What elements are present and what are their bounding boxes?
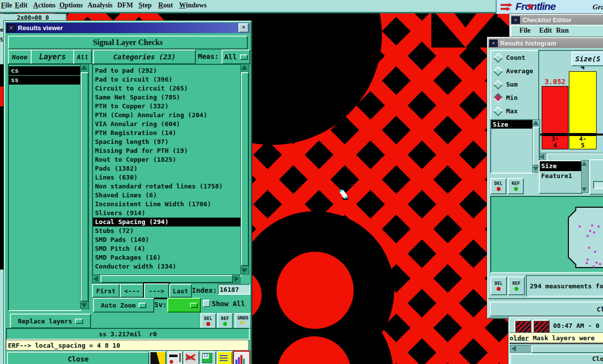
- scroll-up-icon[interactable]: [582, 161, 587, 166]
- notes-icon-button[interactable]: [217, 351, 232, 364]
- meas-dropdown[interactable]: All: [222, 49, 250, 64]
- list-item[interactable]: Pads (1382): [93, 164, 240, 173]
- stat-radio[interactable]: Max: [491, 104, 538, 118]
- histogram-bar[interactable]: [569, 71, 597, 134]
- scroll-up-icon[interactable]: [533, 121, 539, 125]
- list-item[interactable]: Size: [540, 161, 582, 171]
- scrollbar-thumb[interactable]: [531, 345, 603, 353]
- results-viewer-window[interactable]: ✕ Results viewer ✕ Signal Layer Checks N…: [4, 21, 252, 364]
- list-item[interactable]: Spacing length (97): [93, 137, 240, 146]
- scroll-up-icon[interactable]: [81, 65, 87, 70]
- list-item[interactable]: PTH to Copper (332): [93, 102, 240, 111]
- scroll-down-icon[interactable]: [533, 167, 539, 171]
- menu-item[interactable]: DFM: [117, 1, 133, 9]
- del-button[interactable]: DEL: [490, 178, 507, 194]
- first-button[interactable]: First: [92, 284, 120, 298]
- status-h-scrollbar[interactable]: [510, 345, 603, 353]
- menu-item[interactable]: Actions: [33, 1, 55, 9]
- list-item[interactable]: Local Spacing (294): [93, 218, 240, 227]
- list-item[interactable]: SMD Pitch (4): [93, 244, 240, 253]
- list-item[interactable]: PTH Registration (14): [93, 129, 240, 137]
- menu-item[interactable]: Edit: [15, 1, 28, 9]
- scrollbar-thumb[interactable]: [241, 72, 249, 266]
- list-item[interactable]: ss: [9, 76, 80, 85]
- stat-radio[interactable]: Min: [491, 91, 538, 104]
- list-item[interactable]: cs: [9, 66, 80, 75]
- status-window[interactable]: 08:47 AM - 0 older Mask layers were Clo: [509, 317, 603, 364]
- checklist-editor-titlebar[interactable]: ✕ Checklist Editor: [510, 15, 603, 25]
- list-item[interactable]: PTH (Comp) Annular ring (204): [93, 111, 240, 120]
- histogram-bar[interactable]: [542, 86, 568, 134]
- scroll-left-icon[interactable]: [93, 276, 98, 282]
- menu-item[interactable]: File: [1, 1, 12, 9]
- list-item[interactable]: Conductor width (334): [93, 262, 240, 271]
- checklist-menu-item[interactable]: Run: [556, 27, 569, 35]
- scroll-left-icon[interactable]: [511, 346, 516, 352]
- ref-clear-icon-button[interactable]: REF: [184, 351, 199, 364]
- ref-button[interactable]: REF: [217, 313, 233, 329]
- menu-item[interactable]: Rout: [158, 1, 173, 9]
- menu-item[interactable]: Options: [59, 1, 83, 9]
- scroll-down-icon[interactable]: [241, 269, 247, 273]
- list-item[interactable]: VIA Annular ring (604): [93, 120, 240, 129]
- list-item[interactable]: Circuit to circuit (265): [93, 84, 240, 93]
- del-button[interactable]: DEL: [200, 313, 216, 329]
- list-item[interactable]: Pad to circuit (396): [93, 75, 240, 84]
- prev-button[interactable]: <---: [120, 284, 144, 298]
- series-side-field[interactable]: [593, 181, 603, 189]
- auto-zoom-dropdown[interactable]: Auto Zoom: [93, 298, 154, 313]
- ref-button[interactable]: REF: [508, 276, 525, 295]
- window-menu-icon[interactable]: ✕: [511, 16, 520, 24]
- menu-item[interactable]: Step: [139, 1, 151, 9]
- histogram-titlebar[interactable]: ✕ Results histogram: [488, 38, 603, 48]
- scroll-down-icon[interactable]: [81, 303, 87, 308]
- scrollbar-thumb[interactable]: [81, 72, 89, 302]
- list-item[interactable]: Same Net Spacing (785): [93, 93, 240, 102]
- list-item[interactable]: SMD Packages (16): [93, 253, 240, 262]
- checklist-menu-item[interactable]: Edit: [539, 27, 552, 35]
- window-menu-icon[interactable]: ✕: [7, 24, 15, 32]
- scroll-right-icon[interactable]: [234, 276, 239, 282]
- checklist-menu-item[interactable]: File: [519, 27, 531, 35]
- list-item[interactable]: Shaved Lines (6): [93, 191, 240, 200]
- last-button[interactable]: Last: [169, 284, 192, 298]
- results-histogram-window[interactable]: ✕ Results histogram Count Average Sum Mi…: [487, 37, 603, 318]
- list-item[interactable]: Feature1: [540, 171, 582, 181]
- scroll-down-icon[interactable]: [582, 187, 587, 192]
- layers-scrollbar[interactable]: [80, 64, 89, 309]
- stat-radio[interactable]: Average: [491, 64, 538, 78]
- categories-v-scrollbar[interactable]: [240, 64, 249, 274]
- scroll-left-icon[interactable]: [540, 154, 544, 160]
- menu-item[interactable]: Analysis: [88, 1, 113, 9]
- list-item[interactable]: Size: [491, 120, 533, 129]
- board-preview-panel[interactable]: [490, 196, 603, 273]
- list-item[interactable]: Slivers (914): [93, 209, 240, 218]
- window-menu-icon[interactable]: ✕: [489, 40, 498, 47]
- histogram-icon-button[interactable]: [233, 351, 250, 364]
- layers-button[interactable]: Layers: [31, 49, 74, 64]
- status-close-row[interactable]: Clo: [510, 354, 603, 364]
- menu-item[interactable]: Windows: [179, 1, 207, 9]
- del-button[interactable]: DEL: [490, 276, 507, 295]
- ref-button[interactable]: REF: [508, 178, 524, 194]
- categories-h-scrollbar[interactable]: [92, 274, 240, 283]
- close-button[interactable]: Clos: [490, 302, 603, 317]
- undo-button[interactable]: UNDO ↶: [234, 313, 251, 329]
- none-button[interactable]: None: [8, 49, 32, 64]
- close-icon[interactable]: ✕: [238, 23, 249, 33]
- scrollbar-thumb[interactable]: [100, 275, 233, 283]
- all-button[interactable]: All: [73, 49, 92, 64]
- size-header-button[interactable]: Size(S: [571, 51, 603, 66]
- exit-icon-button[interactable]: [149, 351, 166, 364]
- replace-layers-dropdown[interactable]: Replace layers: [10, 314, 91, 328]
- list-item[interactable]: Non standard rotated lines (1758): [93, 182, 240, 191]
- list-item[interactable]: Pad to pad (292): [93, 66, 240, 75]
- index-input[interactable]: [218, 284, 250, 295]
- list-item[interactable]: Rout to Copper (1825): [93, 155, 240, 164]
- scroll-up-icon[interactable]: [241, 65, 247, 70]
- results-viewer-titlebar[interactable]: ✕ Results viewer ✕: [6, 23, 250, 33]
- list-item[interactable]: Stubs (72): [93, 227, 240, 235]
- stat-radio[interactable]: Sum: [491, 78, 538, 91]
- series-scrollbar[interactable]: [581, 160, 589, 193]
- close-button[interactable]: Close: [7, 352, 149, 364]
